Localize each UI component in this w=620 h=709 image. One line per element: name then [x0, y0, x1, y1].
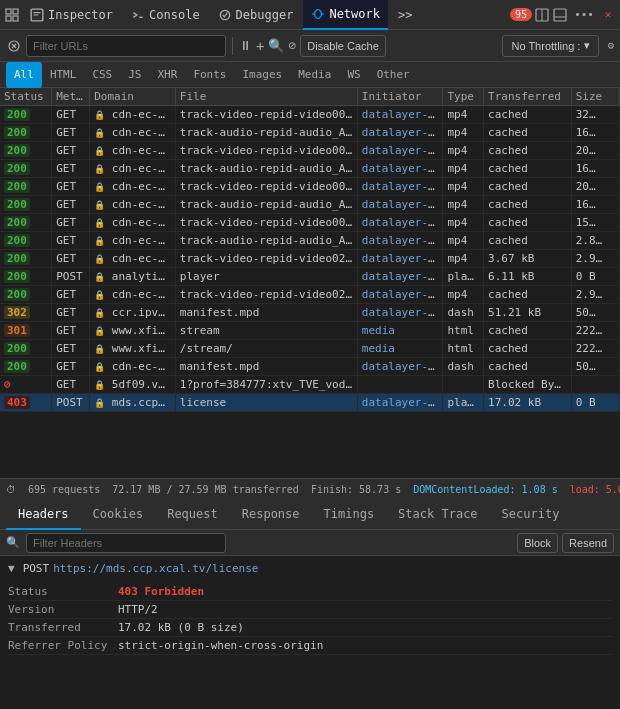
cell-method: GET [52, 196, 90, 214]
devtools-menu-icon[interactable] [4, 7, 20, 23]
table-row[interactable]: 200 GET 🔒 cdn-ec-m… track-audio-repid-au… [0, 232, 620, 250]
pause-recording-button[interactable]: ⏸ [239, 38, 252, 53]
cell-size: 15… [571, 214, 619, 232]
tab-stack-trace[interactable]: Stack Trace [386, 500, 489, 530]
load-time: load: 5.09 s [570, 484, 620, 495]
tab-cookies[interactable]: Cookies [81, 500, 156, 530]
collapse-icon[interactable]: ▼ [8, 562, 15, 575]
search-button[interactable]: 🔍 [268, 38, 284, 53]
col-header-size[interactable]: Size [571, 88, 619, 106]
table-row[interactable]: 403 POST 🔒 mds.ccp… license datalayer-re… [0, 394, 620, 412]
split-icon[interactable] [534, 7, 550, 23]
table-row[interactable]: 200 GET 🔒 cdn-ec-m… track-audio-repid-au… [0, 196, 620, 214]
col-header-type[interactable]: Type [443, 88, 484, 106]
cell-method: GET [52, 124, 90, 142]
tab-timings[interactable]: Timings [312, 500, 387, 530]
cell-initiator: datalayer-re… [357, 106, 443, 124]
network-table-wrapper[interactable]: Status Met… Domain File Initiator Type T… [0, 88, 620, 478]
cell-initiator: datalayer-re… [357, 268, 443, 286]
table-row[interactable]: 200 GET 🔒 cdn-ec-m… track-video-repid-vi… [0, 106, 620, 124]
table-row[interactable]: 200 POST 🔒 analytics… player datalayer-r… [0, 268, 620, 286]
table-row[interactable]: 200 GET 🔒 cdn-ec-m… manifest.mpd datalay… [0, 358, 620, 376]
block-url-icon[interactable]: ⊘ [288, 38, 296, 53]
transferred-size: 72.17 MB / 27.59 MB transferred [112, 484, 299, 495]
col-header-method[interactable]: Met… [52, 88, 90, 106]
tab-debugger[interactable]: Debugger [210, 0, 302, 30]
table-row[interactable]: 302 GET 🔒 ccr.ipvod… manifest.mpd datala… [0, 304, 620, 322]
table-row[interactable]: 200 GET 🔒 cdn-ec-m… track-audio-repid-au… [0, 160, 620, 178]
cell-file: track-video-repid-video02-tc-0-enc-cenc- [175, 250, 357, 268]
cell-method: GET [52, 250, 90, 268]
cell-type: mp4 [443, 232, 484, 250]
tab-network[interactable]: Network [303, 0, 388, 30]
cell-domain: 🔒 cdn-ec-m… [90, 196, 176, 214]
table-row[interactable]: 200 GET 🔒 cdn-ec-m… track-video-repid-vi… [0, 142, 620, 160]
type-filter-media[interactable]: Media [290, 62, 339, 88]
cell-initiator: datalayer-re… [357, 124, 443, 142]
col-header-file[interactable]: File [175, 88, 357, 106]
type-filter-all[interactable]: All [6, 62, 42, 88]
cell-domain: 🔒 cdn-ec-m… [90, 232, 176, 250]
tab-security[interactable]: Security [490, 500, 572, 530]
detail-field-value: strict-origin-when-cross-origin [118, 639, 612, 652]
cell-transferred: cached [484, 358, 572, 376]
tab-more[interactable]: >> [390, 0, 420, 30]
cell-type: mp4 [443, 160, 484, 178]
cell-initiator: datalayer-re… [357, 214, 443, 232]
table-row[interactable]: 200 GET 🔒 cdn-ec-m… track-video-repid-vi… [0, 250, 620, 268]
cell-type: dash [443, 304, 484, 322]
col-header-status[interactable]: Status [0, 88, 52, 106]
add-filter-button[interactable]: + [256, 38, 264, 54]
cell-domain: 🔒 analytics… [90, 268, 176, 286]
cell-transferred: cached [484, 340, 572, 358]
cell-file: track-video-repid-video00-tc-0-enc-cenc- [175, 178, 357, 196]
type-filter-other[interactable]: Other [369, 62, 418, 88]
cell-file: 1?prof=384777:xtv_TVE_vod_html5&nw [175, 376, 357, 394]
table-row[interactable]: 200 GET 🔒 www.xfi… /stream/ media html c… [0, 340, 620, 358]
cell-domain: 🔒 cdn-ec-m… [90, 142, 176, 160]
col-header-initiator[interactable]: Initiator [357, 88, 443, 106]
cell-transferred: cached [484, 124, 572, 142]
throttle-select[interactable]: No Throttling : ▾ [502, 35, 599, 57]
block-button[interactable]: Block [517, 533, 558, 553]
table-row[interactable]: ⊘ GET 🔒 5df09.vfwm… 1?prof=384777:xtv_TV… [0, 376, 620, 394]
tab-inspector[interactable]: Inspector [22, 0, 121, 30]
table-row[interactable]: 200 GET 🔒 cdn-ec-m… track-video-repid-vi… [0, 214, 620, 232]
type-filter-xhr[interactable]: XHR [150, 62, 186, 88]
table-row[interactable]: 200 GET 🔒 cdn-ec-m… track-video-repid-vi… [0, 286, 620, 304]
cell-transferred: cached [484, 106, 572, 124]
cell-method: GET [52, 106, 90, 124]
cell-transferred: 3.67 kB [484, 250, 572, 268]
cell-file: track-video-repid-video00-tc-0-enc-cenc- [175, 214, 357, 232]
close-icon[interactable]: ✕ [600, 7, 616, 23]
type-filter-fonts[interactable]: Fonts [185, 62, 234, 88]
filter-urls-input[interactable] [26, 35, 226, 57]
table-row[interactable]: 301 GET 🔒 www.xfi… stream media html cac… [0, 322, 620, 340]
disable-cache-button[interactable]: Disable Cache [300, 35, 386, 57]
tab-response[interactable]: Response [230, 500, 312, 530]
more-options-button[interactable]: ••• [570, 8, 598, 21]
col-header-domain[interactable]: Domain [90, 88, 176, 106]
col-header-transferred[interactable]: Transferred [484, 88, 572, 106]
filter-headers-input[interactable] [26, 533, 226, 553]
type-filter-ws[interactable]: WS [339, 62, 368, 88]
cell-status: 200 [0, 286, 52, 304]
type-filter-images[interactable]: Images [235, 62, 291, 88]
tab-headers[interactable]: Headers [6, 500, 81, 530]
tab-console[interactable]: Console [123, 0, 208, 30]
resend-button[interactable]: Resend [562, 533, 614, 553]
cell-initiator: datalayer-re… [357, 178, 443, 196]
type-filter-html[interactable]: HTML [42, 62, 85, 88]
cell-method: GET [52, 160, 90, 178]
dock-icon[interactable] [552, 7, 568, 23]
table-row[interactable]: 200 GET 🔒 cdn-ec-m… track-video-repid-vi… [0, 178, 620, 196]
tab-request[interactable]: Request [155, 500, 230, 530]
table-row[interactable]: 200 GET 🔒 cdn-ec-m… track-audio-repid-au… [0, 124, 620, 142]
type-filter-js[interactable]: JS [120, 62, 149, 88]
cell-status: 301 [0, 322, 52, 340]
cell-status: 200 [0, 124, 52, 142]
type-filter-css[interactable]: CSS [84, 62, 120, 88]
clear-log-icon[interactable] [6, 38, 22, 54]
settings-icon[interactable]: ⚙ [607, 39, 614, 52]
cell-status: ⊘ [0, 376, 52, 394]
